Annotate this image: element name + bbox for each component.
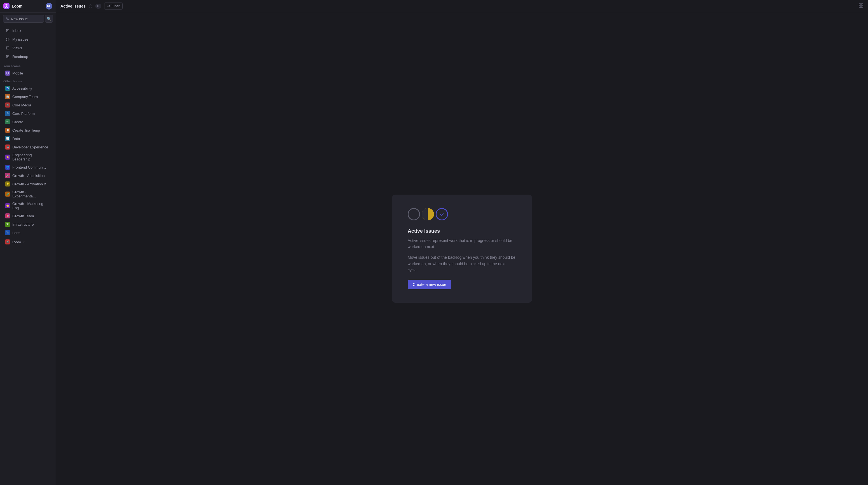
- sidebar-item-views[interactable]: ⊟ Views: [2, 44, 54, 52]
- create-jira-label: Create Jira Temp: [12, 128, 40, 132]
- sidebar-item-create[interactable]: ✏ Create: [2, 118, 54, 126]
- workspace-name[interactable]: Loom: [3, 3, 22, 9]
- growth-acq-icon: 🚀: [5, 173, 10, 178]
- search-icon: 🔍: [47, 17, 51, 21]
- nav-inbox-label: Inbox: [12, 29, 21, 33]
- count-badge: 0: [95, 4, 102, 9]
- data-label: Data: [12, 137, 20, 141]
- svg-rect-6: [859, 6, 861, 7]
- views-icon: ⊟: [5, 46, 10, 51]
- data-icon: 📈: [5, 136, 10, 141]
- core-media-icon: 🎬: [5, 102, 10, 108]
- sidebar-header: Loom NL: [0, 0, 56, 12]
- growth-exp-label: Growth - Experimenta...: [12, 190, 51, 198]
- svg-rect-4: [859, 4, 861, 5]
- company-team-icon: 🏢: [5, 94, 10, 99]
- sidebar-item-loom-bottom[interactable]: 🎬 Loom ▾: [2, 237, 54, 247]
- accessibility-label: Accessibility: [12, 86, 32, 90]
- sidebar-item-growth-acquisition[interactable]: 🚀 Growth - Acquisition: [2, 172, 54, 180]
- main-content: Active issues ☆ 0 ⊕ Filter: [56, 0, 868, 485]
- sidebar-item-growth-marketing-eng[interactable]: ⭐ Growth - Marketing Eng: [2, 200, 54, 211]
- sidebar-item-growth-experimenta[interactable]: 🧪 Growth - Experimenta...: [2, 188, 54, 200]
- workspace-icon: [3, 3, 9, 9]
- search-button[interactable]: 🔍: [45, 15, 53, 23]
- filter-label: Filter: [112, 4, 120, 8]
- create-icon: ✏: [5, 119, 10, 124]
- frontend-label: Frontend Community: [12, 165, 46, 170]
- empty-state-desc2: Move issues out of the backlog when you …: [408, 254, 516, 273]
- avatar[interactable]: NL: [45, 3, 52, 9]
- growth-mkt-label: Growth - Marketing Eng: [12, 202, 51, 210]
- sidebar-item-frontend-community[interactable]: 🌐 Frontend Community: [2, 163, 54, 171]
- lens-label: Lens: [12, 231, 20, 235]
- loom-bottom-icon: 🎬: [5, 239, 10, 244]
- sidebar-item-my-issues[interactable]: ◎ My issues: [2, 35, 54, 43]
- create-jira-icon: 📋: [5, 128, 10, 133]
- core-platform-icon: ⚙: [5, 111, 10, 116]
- create-label: Create: [12, 120, 23, 124]
- layout-button[interactable]: [859, 3, 864, 9]
- growth-act-label: Growth - Activation & ...: [12, 182, 51, 186]
- topbar: Active issues ☆ 0 ⊕ Filter: [56, 0, 868, 12]
- growth-act-icon: 💡: [5, 181, 10, 186]
- new-issue-icon: ✎: [6, 17, 9, 21]
- mobile-team-label: Mobile: [12, 71, 23, 75]
- workspace-label: Loom: [12, 4, 22, 8]
- state-icons: [408, 208, 516, 220]
- growth-team-icon: 🎯: [5, 213, 10, 218]
- done-state-icon: [436, 208, 448, 220]
- growth-mkt-icon: ⭐: [5, 203, 10, 208]
- nav-roadmap-label: Roadmap: [12, 55, 28, 59]
- sidebar-item-growth-team[interactable]: 🎯 Growth Team: [2, 212, 54, 220]
- sidebar-item-developer-experience[interactable]: 💻 Developer Experience: [2, 143, 54, 151]
- nav-my-issues-label: My issues: [12, 37, 29, 41]
- infra-icon: 🏗: [5, 222, 10, 227]
- filter-icon: ⊕: [107, 4, 110, 8]
- mobile-team-icon: [5, 70, 10, 75]
- other-teams-label: Other teams: [0, 77, 56, 84]
- accessibility-icon: ♿: [5, 86, 10, 91]
- infra-label: Infrastructure: [12, 222, 34, 226]
- sidebar-item-engineering-leadership[interactable]: ⭐ Engineering Leadership: [2, 151, 54, 163]
- main-body: Active Issues Active issues represent wo…: [56, 12, 868, 485]
- sidebar-item-mobile[interactable]: Mobile: [2, 69, 54, 77]
- sidebar-actions: ✎ New issue 🔍: [0, 12, 56, 25]
- page-title: Active issues: [60, 4, 86, 8]
- sidebar: Loom NL ✎ New issue 🔍 ⊡ Inbox ◎ My issue…: [0, 0, 56, 485]
- company-team-label: Company Team: [12, 95, 38, 99]
- create-new-issue-button[interactable]: Create a new issue: [408, 280, 452, 289]
- sidebar-item-accessibility[interactable]: ♿ Accessibility: [2, 84, 54, 92]
- new-issue-button[interactable]: ✎ New issue: [3, 15, 44, 23]
- lens-icon: 🔭: [5, 230, 10, 235]
- svg-point-1: [6, 6, 7, 7]
- sidebar-item-roadmap[interactable]: ⊞ Roadmap: [2, 52, 54, 61]
- core-media-label: Core Media: [12, 103, 31, 107]
- sidebar-item-core-media[interactable]: 🎬 Core Media: [2, 101, 54, 109]
- dev-exp-icon: 💻: [5, 145, 10, 150]
- svg-rect-7: [861, 6, 863, 7]
- sidebar-item-create-jira-temp[interactable]: 📋 Create Jira Temp: [2, 126, 54, 134]
- empty-state-title: Active Issues: [408, 228, 516, 234]
- sidebar-item-infrastructure[interactable]: 🏗 Infrastructure: [2, 220, 54, 228]
- empty-state-card: Active Issues Active issues represent wo…: [392, 194, 532, 303]
- my-issues-icon: ◎: [5, 37, 10, 42]
- your-teams-label: Your teams: [0, 62, 56, 69]
- new-issue-label: New issue: [11, 17, 28, 21]
- nav-section: ⊡ Inbox ◎ My issues ⊟ Views ⊞ Roadmap: [0, 25, 56, 62]
- sidebar-item-growth-activation[interactable]: 💡 Growth - Activation & ...: [2, 180, 54, 188]
- loom-bottom-label: Loom: [12, 240, 21, 244]
- eng-lead-icon: ⭐: [5, 155, 10, 160]
- todo-state-icon: [408, 208, 420, 220]
- sidebar-item-inbox[interactable]: ⊡ Inbox: [2, 26, 54, 35]
- filter-button[interactable]: ⊕ Filter: [104, 2, 123, 9]
- sidebar-item-lens[interactable]: 🔭 Lens: [2, 229, 54, 237]
- empty-state-desc1: Active issues represent work that is in …: [408, 238, 516, 250]
- sidebar-item-company-team[interactable]: 🏢 Company Team: [2, 93, 54, 100]
- inbox-icon: ⊡: [5, 28, 10, 33]
- growth-exp-icon: 🧪: [5, 191, 10, 196]
- core-platform-label: Core Platform: [12, 112, 35, 116]
- sidebar-item-data[interactable]: 📈 Data: [2, 135, 54, 143]
- growth-acq-label: Growth - Acquisition: [12, 174, 45, 178]
- sidebar-item-core-platform[interactable]: ⚙ Core Platform: [2, 110, 54, 117]
- star-button[interactable]: ☆: [89, 3, 92, 9]
